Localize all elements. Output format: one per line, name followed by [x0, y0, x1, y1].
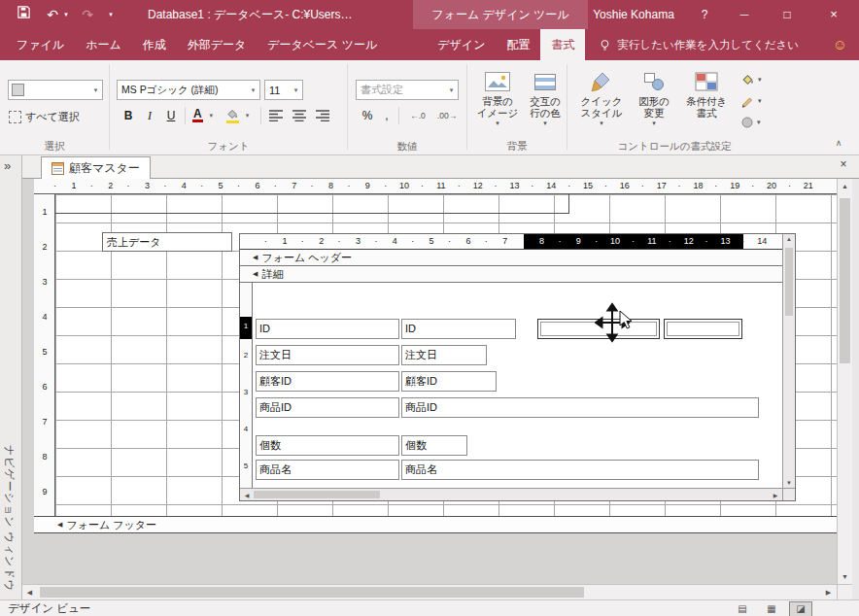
tab-home[interactable]: ホーム	[75, 29, 132, 60]
align-center-button[interactable]	[290, 105, 309, 126]
scroll-right-icon[interactable]: ▶	[771, 492, 780, 498]
ruler-number: 19	[716, 179, 753, 193]
group-separator	[109, 64, 110, 150]
close-document-icon[interactable]: ×	[836, 157, 851, 171]
subform-detail-section[interactable]: 1 2 3 4 5 ID ID 注文日 注文日 顧客ID 顧客ID 商品ID 商…	[240, 283, 782, 488]
increase-decimals-button[interactable]: ←.0	[404, 105, 431, 126]
number-format-combo[interactable]: 書式設定 ▾	[356, 80, 459, 100]
minimize-button[interactable]: ─	[723, 0, 766, 29]
save-button[interactable]	[12, 0, 35, 29]
tab-format[interactable]: 書式	[540, 29, 585, 60]
tell-me-box[interactable]: 実行したい作業を入力してください	[599, 29, 799, 60]
field-label-order-date[interactable]: 注文日	[256, 345, 399, 365]
tab-external-data[interactable]: 外部データ	[177, 29, 258, 60]
background-image-button[interactable]: 背景の イメージ ▾	[472, 68, 523, 136]
percent-button[interactable]: %	[358, 105, 377, 126]
parent-form-label[interactable]: 売上データ	[102, 232, 232, 252]
main-vertical-scrollbar[interactable]: ▲ ▼	[837, 179, 852, 584]
field-textbox-id[interactable]: ID	[401, 319, 516, 339]
underline-button[interactable]: U	[161, 105, 181, 126]
field-label-product-id[interactable]: 商品ID	[256, 397, 399, 418]
field-textbox-customer-id[interactable]: 顧客ID	[401, 371, 497, 392]
datasheet-view-button[interactable]: ▦	[760, 601, 783, 616]
shape-fill-button[interactable]: ▾	[737, 70, 775, 89]
tab-arrange[interactable]: 配置	[496, 29, 540, 60]
scroll-right-icon[interactable]: ▶	[821, 585, 836, 599]
field-label-quantity[interactable]: 個数	[256, 435, 399, 456]
italic-button[interactable]: I	[140, 105, 159, 126]
maximize-button[interactable]: □	[766, 0, 808, 29]
subform-form-header-bar[interactable]: ◀ フォーム ヘッダー	[240, 250, 782, 266]
scroll-left-icon[interactable]: ◀	[22, 585, 37, 599]
form-footer-bar[interactable]: ◀ フォーム フッター	[34, 516, 837, 533]
font-name-combo[interactable]: MS Pゴシック (詳細) ▾	[117, 80, 260, 100]
change-shape-button[interactable]: 図形の 変更 ▾	[632, 68, 676, 136]
dropdown-icon: ▾	[543, 120, 547, 126]
undo-dropdown-icon[interactable]: ▾	[60, 0, 72, 29]
alternate-row-color-button[interactable]: 交互の 行の色 ▾	[525, 68, 566, 136]
feedback-smiley-icon[interactable]: ☺	[821, 29, 859, 60]
subform-control[interactable]: 1234567891011121314 ◀ フォーム ヘッダー ◀ 詳細 1 2…	[239, 233, 796, 501]
design-view-button[interactable]: ◪	[789, 601, 812, 616]
object-icon	[12, 84, 24, 96]
font-color-button[interactable]: A ▾	[190, 105, 220, 126]
scroll-up-icon[interactable]: ▲	[783, 236, 795, 242]
comma-button[interactable]: ,	[379, 105, 395, 126]
form-view-button[interactable]: ▤	[731, 601, 754, 616]
decrease-decimals-button[interactable]: .00→	[433, 105, 461, 126]
user-name[interactable]: Yoshie Kohama	[583, 0, 684, 29]
help-button[interactable]: ?	[686, 0, 723, 29]
ruler-number: 4	[34, 299, 55, 334]
field-textbox-order-date[interactable]: 注文日	[401, 345, 487, 365]
select-all-button[interactable]: すべて選択	[6, 106, 83, 127]
font-size-combo[interactable]: 11 ▾	[264, 80, 303, 100]
conditional-formatting-icon	[695, 70, 718, 93]
group-label-number: 数値	[348, 139, 466, 154]
bold-button[interactable]: B	[119, 105, 138, 126]
scrollbar-thumb[interactable]	[785, 248, 793, 316]
ruler-number: 8	[524, 234, 561, 249]
ruler-number: 14	[533, 179, 569, 193]
main-horizontal-scrollbar[interactable]: ◀ ▶	[22, 584, 837, 599]
shape-outline-button[interactable]: ▾	[737, 91, 775, 111]
scrollbar-thumb[interactable]	[254, 491, 380, 498]
scroll-down-icon[interactable]: ▼	[838, 569, 852, 584]
scroll-left-icon[interactable]: ◀	[242, 492, 252, 498]
field-textbox-quantity[interactable]: 個数	[401, 435, 467, 456]
shape-effects-button[interactable]: ▾	[737, 113, 775, 132]
tab-database-tools[interactable]: データベース ツール	[257, 29, 388, 60]
nav-expand-icon[interactable]: »	[4, 158, 11, 173]
subform-vertical-scrollbar[interactable]: ▲ ▼	[782, 234, 795, 488]
qat-customize-button[interactable]: ▾	[105, 0, 117, 29]
navigation-pane-collapsed[interactable]: » ナビゲーション ウィンドウ	[0, 155, 22, 599]
tab-file[interactable]: ファイル	[6, 29, 75, 60]
scroll-up-icon[interactable]: ▲	[838, 179, 852, 193]
align-right-button[interactable]	[313, 105, 332, 126]
align-left-button[interactable]	[266, 105, 286, 126]
document-tab-customer-master[interactable]: 顧客マスター	[41, 156, 151, 179]
dropdown-icon: ▾	[241, 112, 254, 120]
scrollbar-thumb[interactable]	[40, 587, 584, 598]
quick-styles-button[interactable]: クイック スタイル ▾	[575, 68, 628, 136]
tab-design[interactable]: デザイン	[427, 29, 496, 60]
scrollbar-corner	[837, 584, 852, 599]
field-textbox-product-name[interactable]: 商品名	[401, 460, 759, 480]
field-label-product-name[interactable]: 商品名	[256, 460, 399, 480]
object-select-combo[interactable]: ▾	[8, 80, 103, 100]
ruler-number: 8	[313, 179, 350, 193]
scrollbar-thumb[interactable]	[840, 198, 850, 363]
selected-control-box[interactable]	[664, 319, 742, 339]
close-button[interactable]: ×	[808, 0, 859, 29]
field-textbox-product-id[interactable]: 商品ID	[401, 397, 759, 418]
redo-button[interactable]: ↷	[76, 0, 99, 29]
field-label-id[interactable]: ID	[256, 319, 399, 339]
subform-horizontal-scrollbar[interactable]: ◀ ▶	[240, 488, 782, 500]
document-tab-bar: 顧客マスター ×	[22, 155, 859, 179]
subform-detail-bar[interactable]: ◀ 詳細	[240, 266, 782, 283]
collapse-ribbon-button[interactable]: ∧	[826, 134, 851, 152]
field-label-customer-id[interactable]: 顧客ID	[256, 371, 399, 392]
tab-create[interactable]: 作成	[132, 29, 177, 60]
scroll-down-icon[interactable]: ▼	[783, 480, 795, 486]
fill-color-button[interactable]: ▾	[223, 105, 256, 126]
conditional-formatting-button[interactable]: 条件付き 書式	[680, 68, 733, 136]
